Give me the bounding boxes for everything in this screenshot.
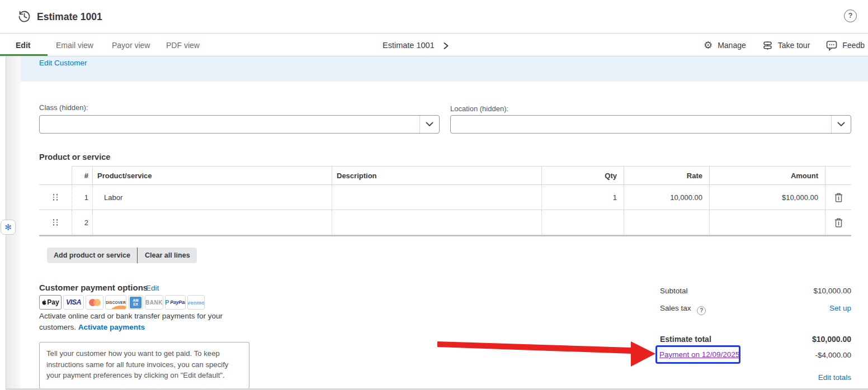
tab-payor-view[interactable]: Payor view — [112, 34, 150, 56]
payment-instructions-textarea[interactable]: Tell your customer how you want to get p… — [39, 342, 249, 389]
edit-customer-link[interactable]: Edit Customer — [39, 59, 87, 67]
visa-badge: VISA — [63, 295, 84, 310]
add-product-button[interactable]: Add product or service — [47, 248, 152, 263]
payment-method-badges: Pay VISA DISCOVER AMEX BANK P PayPal ven… — [39, 295, 205, 310]
location-select[interactable] — [450, 115, 851, 134]
view-tab-bar: Edit Email view Payor view PDF view Esti… — [0, 34, 868, 56]
paypal-label: PayPal — [170, 299, 186, 305]
history-icon[interactable] — [17, 9, 31, 23]
qty-cell[interactable] — [541, 210, 624, 235]
rate-cell[interactable] — [624, 210, 709, 235]
paypal-p-icon: P — [165, 299, 169, 306]
amex-badge: AMEX — [128, 295, 143, 310]
breadcrumb-label: Estimate 1001 — [383, 41, 435, 50]
payment-options-edit-link[interactable]: Edit — [146, 284, 159, 292]
amex-line1: AM — [133, 298, 138, 302]
apple-pay-label: Pay — [47, 298, 59, 306]
tab-edit[interactable]: Edit — [0, 34, 48, 56]
edit-totals-link[interactable]: Edit totals — [818, 373, 851, 382]
col-number: # — [72, 166, 92, 184]
activate-text-line1: Activate online card or bank transfer pa… — [39, 312, 223, 320]
rate-cell[interactable]: 10,000.00 — [624, 185, 709, 210]
mastercard-badge — [86, 295, 103, 310]
clear-all-lines-button[interactable]: Clear all lines — [138, 248, 197, 263]
customer-banner: Edit Customer — [21, 56, 868, 82]
apple-pay-badge: Pay — [39, 295, 62, 310]
table-header-row: # Product/service Description Qty Rate A… — [39, 166, 851, 184]
add-product-label: Add product or service — [47, 251, 137, 259]
sparkle-icon: ✻ — [4, 222, 12, 232]
class-select[interactable] — [39, 115, 440, 134]
trash-icon[interactable] — [834, 192, 843, 203]
sales-tax-help-icon[interactable]: ? — [697, 306, 706, 315]
help-icon[interactable]: ? — [844, 9, 857, 22]
amex-line2: EX — [133, 302, 138, 306]
sales-tax-label: Sales tax ? — [660, 304, 706, 315]
paypal-badge: P PayPal — [165, 295, 186, 310]
row-number: 1 — [72, 185, 92, 210]
description-cell[interactable] — [332, 185, 541, 210]
qty-cell[interactable]: 1 — [541, 185, 624, 210]
manage-button[interactable]: ⚙ Manage — [704, 40, 746, 50]
estimate-total-label: Estimate total — [660, 335, 711, 344]
location-field-label: Location (hidden): — [450, 104, 508, 113]
subtotal-label: Subtotal — [660, 287, 688, 295]
amount-cell[interactable]: $10,000.00 — [709, 185, 825, 210]
gear-icon: ⚙ — [704, 40, 713, 50]
description-cell[interactable] — [332, 210, 541, 235]
col-description: Description — [332, 166, 541, 184]
speech-bubble-icon — [826, 40, 837, 51]
discover-badge: DISCOVER — [105, 295, 126, 310]
col-qty: Qty — [541, 166, 624, 184]
estimate-form-content: Edit Customer ✻ Class (hidden): Location… — [0, 56, 868, 390]
col-product-service: Product/service — [92, 166, 332, 184]
tab-bar-actions: ⚙ Manage Take tour Feedb — [704, 34, 868, 56]
row-number: 2 — [72, 210, 92, 235]
apple-icon — [41, 299, 46, 306]
payment-date-link[interactable]: Payment on 12/09/2025 — [659, 350, 739, 359]
breadcrumb[interactable]: Estimate 1001 — [383, 34, 449, 56]
drag-handle-icon[interactable] — [53, 194, 58, 201]
activate-text-line2-prefix: customers. — [39, 323, 76, 331]
col-amount: Amount — [709, 166, 825, 184]
product-cell[interactable]: Labor — [92, 185, 332, 210]
drag-handle-icon[interactable] — [53, 219, 58, 226]
table-row[interactable]: 2 — [39, 210, 851, 235]
assistant-sparkle-button[interactable]: ✻ — [1, 220, 16, 235]
manage-label: Manage — [718, 41, 746, 50]
col-rate: Rate — [624, 166, 709, 184]
sales-tax-text: Sales tax — [660, 304, 691, 312]
top-header: Estimate 1001 ? — [0, 0, 868, 34]
line-items-section-title: Product or service — [39, 153, 110, 161]
payment-link-highlight-box: Payment on 12/09/2025 — [655, 345, 740, 364]
activate-text-line2: customers. Activate payments — [39, 323, 145, 331]
sales-tax-setup-link[interactable]: Set up — [829, 304, 851, 312]
chevron-right-icon — [443, 42, 449, 50]
tab-email-view[interactable]: Email view — [56, 34, 93, 56]
subtotal-value: $10,000.00 — [813, 287, 851, 295]
bank-badge: BANK — [145, 295, 163, 310]
feedback-label: Feedb — [842, 41, 865, 50]
payment-value: -$4,000.00 — [815, 351, 851, 359]
feedback-button[interactable]: Feedb — [826, 40, 865, 51]
table-row[interactable]: 1 Labor 1 10,000.00 $10,000.00 — [39, 184, 851, 210]
venmo-badge: venmo — [187, 295, 205, 310]
estimate-total-value: $10,000.00 — [812, 335, 851, 344]
tab-pdf-view[interactable]: PDF view — [166, 34, 200, 56]
chevron-down-icon[interactable] — [419, 116, 439, 133]
activate-payments-link[interactable]: Activate payments — [78, 323, 145, 331]
amount-cell[interactable] — [709, 210, 825, 235]
take-tour-button[interactable]: Take tour — [762, 40, 810, 51]
signpost-icon — [762, 40, 773, 51]
product-cell[interactable] — [92, 210, 332, 235]
page-title: Estimate 1001 — [37, 0, 102, 34]
chevron-down-icon[interactable] — [831, 116, 851, 133]
trash-icon[interactable] — [834, 217, 843, 228]
take-tour-label: Take tour — [778, 41, 810, 50]
payment-options-title: Customer payment options — [39, 283, 148, 292]
line-items-table: # Product/service Description Qty Rate A… — [39, 166, 851, 236]
estimate-editor-page: Estimate 1001 ? Edit Email view Payor vi… — [0, 0, 868, 390]
class-field-label: Class (hidden): — [39, 103, 88, 112]
